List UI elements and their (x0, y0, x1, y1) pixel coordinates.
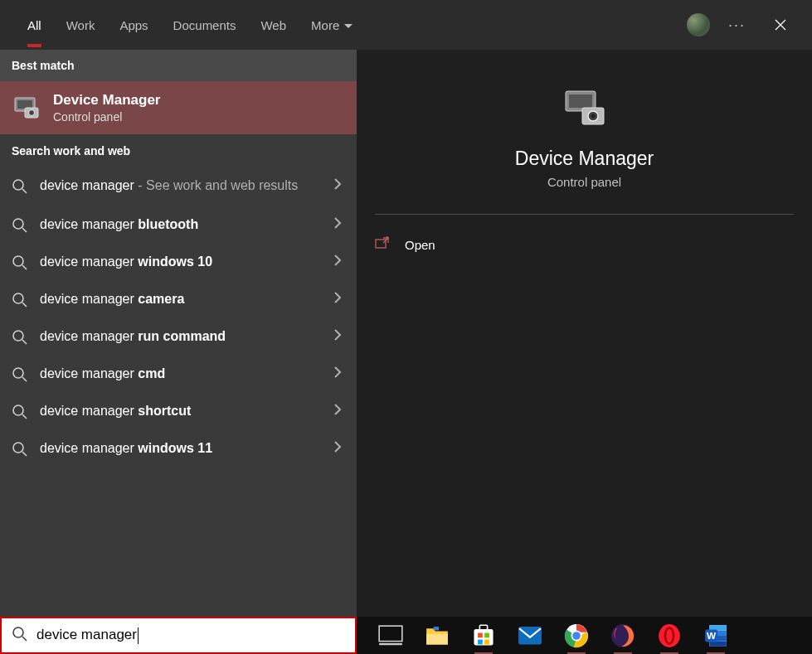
svg-rect-29 (379, 643, 402, 645)
search-icon (12, 217, 28, 234)
file-explorer-icon[interactable] (425, 623, 450, 648)
suggestion-item[interactable]: device manager windows 10 (0, 243, 357, 280)
best-match-item[interactable]: Device Manager Control panel (0, 81, 357, 134)
chevron-right-icon[interactable] (334, 329, 342, 344)
chevron-right-icon[interactable] (334, 292, 342, 307)
mail-icon[interactable] (518, 623, 542, 648)
svg-point-6 (13, 219, 23, 229)
microsoft-store-icon[interactable] (471, 623, 496, 648)
svg-line-27 (22, 637, 27, 641)
tab-all[interactable]: All (15, 3, 54, 47)
suggestion-item[interactable]: device manager shortcut (0, 392, 357, 429)
tab-more[interactable]: More (299, 3, 365, 47)
svg-rect-30 (426, 633, 448, 644)
chevron-right-icon[interactable] (334, 404, 342, 419)
device-manager-large-icon (561, 85, 609, 133)
search-icon (12, 441, 28, 458)
more-options-button[interactable]: ··· (728, 17, 746, 34)
search-icon (12, 329, 28, 346)
svg-point-12 (13, 331, 23, 341)
chevron-right-icon[interactable] (334, 254, 342, 269)
svg-rect-34 (478, 632, 483, 637)
suggestion-item[interactable]: device manager bluetooth (0, 206, 357, 243)
suggestion-item[interactable]: device manager cmd (0, 355, 357, 392)
open-icon (375, 236, 390, 253)
suggestion-text: device manager run command (40, 327, 345, 346)
svg-line-17 (22, 414, 27, 419)
svg-text:W: W (707, 630, 717, 641)
suggestion-text: device manager windows 10 (40, 253, 345, 271)
detail-panel: Device Manager Control panel Open (357, 50, 812, 617)
search-web-header: Search work and web (0, 134, 357, 166)
svg-point-10 (13, 293, 23, 303)
svg-point-3 (29, 110, 35, 116)
suggestion-text: device manager shortcut (40, 402, 345, 420)
search-tabs-bar: All Work Apps Documents Web More ··· (0, 0, 812, 50)
svg-line-9 (22, 265, 27, 269)
search-icon (12, 292, 28, 308)
taskbar: device manager W (0, 617, 812, 654)
svg-rect-35 (484, 632, 489, 637)
chevron-right-icon[interactable] (334, 366, 342, 381)
svg-line-5 (22, 189, 27, 193)
suggestion-text: device manager - See work and web result… (40, 177, 345, 195)
taskbar-search-box[interactable]: device manager (0, 617, 357, 654)
results-panel: Best match Device Manager Control panel … (0, 50, 357, 617)
svg-point-18 (13, 443, 23, 453)
tab-web[interactable]: Web (248, 3, 299, 47)
word-icon[interactable]: W (703, 623, 728, 648)
tab-work[interactable]: Work (54, 3, 108, 47)
device-manager-icon (12, 93, 41, 123)
svg-line-15 (22, 377, 27, 381)
tab-documents[interactable]: Documents (161, 3, 249, 47)
svg-line-11 (22, 303, 27, 307)
svg-point-4 (13, 180, 23, 190)
svg-rect-37 (484, 639, 489, 644)
suggestion-item[interactable]: device manager windows 11 (0, 429, 357, 467)
svg-rect-21 (569, 94, 592, 108)
suggestion-text: device manager bluetooth (40, 216, 345, 234)
svg-point-26 (13, 627, 23, 637)
search-input[interactable]: device manager (36, 627, 139, 644)
user-avatar[interactable] (687, 13, 710, 36)
suggestion-text: device manager camera (40, 290, 345, 308)
svg-line-19 (22, 452, 27, 456)
svg-rect-32 (474, 628, 493, 645)
caret-down-icon (344, 24, 353, 28)
search-icon (12, 366, 28, 383)
opera-icon[interactable] (657, 623, 682, 648)
svg-rect-31 (434, 627, 439, 630)
open-label: Open (405, 238, 435, 252)
search-icon (12, 626, 28, 646)
best-match-subtitle: Control panel (53, 110, 160, 124)
search-icon (12, 404, 28, 420)
svg-point-16 (13, 405, 23, 415)
chevron-right-icon[interactable] (334, 178, 342, 193)
tab-apps[interactable]: Apps (107, 3, 160, 47)
chrome-icon[interactable] (564, 623, 589, 648)
suggestion-item[interactable]: device manager - See work and web result… (0, 166, 357, 206)
svg-rect-36 (478, 639, 483, 644)
svg-point-24 (591, 114, 595, 119)
search-icon (12, 254, 28, 271)
best-match-title: Device Manager (53, 92, 160, 109)
task-view-icon[interactable] (378, 623, 403, 648)
suggestion-text: device manager windows 11 (40, 439, 345, 458)
open-action[interactable]: Open (375, 230, 794, 259)
close-button[interactable] (764, 8, 797, 41)
chevron-right-icon[interactable] (334, 217, 342, 232)
svg-point-41 (572, 632, 581, 640)
svg-rect-28 (379, 626, 402, 641)
svg-line-7 (22, 228, 27, 232)
suggestion-item[interactable]: device manager camera (0, 280, 357, 317)
chevron-right-icon[interactable] (334, 441, 342, 456)
detail-subtitle: Control panel (547, 175, 621, 189)
firefox-icon[interactable] (610, 623, 635, 648)
search-icon (12, 178, 28, 195)
svg-line-13 (22, 340, 27, 344)
detail-title: Device Manager (515, 148, 654, 170)
suggestion-text: device manager cmd (40, 365, 345, 383)
svg-point-8 (13, 256, 23, 266)
svg-point-45 (666, 628, 673, 642)
suggestion-item[interactable]: device manager run command (0, 317, 357, 355)
